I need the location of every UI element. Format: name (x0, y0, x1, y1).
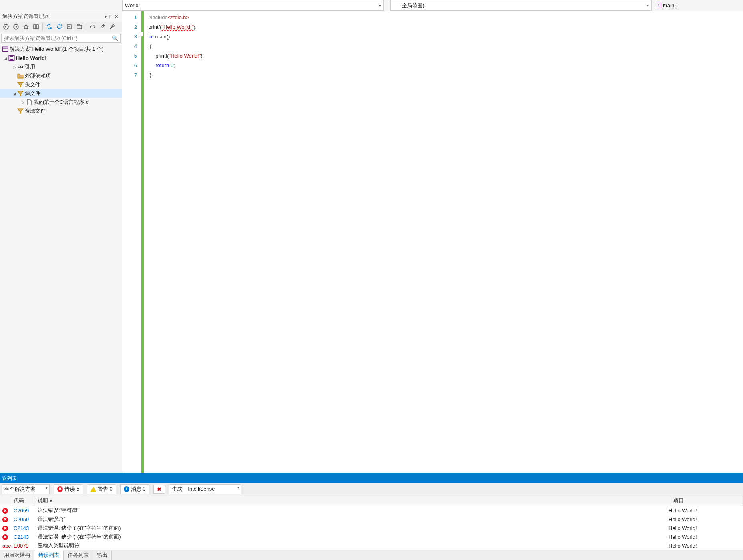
svg-rect-9 (21, 66, 23, 68)
info-icon: i (124, 486, 129, 492)
error-icon: ✖ (2, 517, 8, 522)
error-icon: ✖ (57, 486, 63, 492)
function-icon: ƒ (656, 3, 661, 8)
function-dropdown-value: main() (663, 2, 678, 8)
error-filter-bar: 各个解决方案 ✖错误 5 警告 0 i消息 0 ✖ 生成 + IntelliSe… (0, 483, 743, 496)
tab-output[interactable]: 输出 (93, 550, 112, 560)
filter-icon (17, 107, 24, 115)
home-icon[interactable] (22, 22, 30, 31)
tab-hierarchy[interactable]: 用层次结构 (0, 550, 34, 560)
chevron-down-icon: ▾ (379, 3, 381, 8)
solution-icon (2, 46, 9, 53)
project-icon (8, 54, 15, 62)
collapse-icon[interactable] (65, 22, 74, 31)
function-dropdown[interactable]: ƒ main() (653, 0, 741, 11)
search-icon[interactable]: 🔍 (112, 35, 118, 41)
references-node[interactable]: ▷ 引用 (0, 62, 122, 71)
source-combo[interactable]: 生成 + IntelliSense (169, 484, 241, 494)
error-icon: ✖ (2, 508, 8, 514)
warning-icon (91, 487, 96, 492)
messages-toggle[interactable]: i消息 0 (120, 484, 149, 494)
forward-icon[interactable] (12, 22, 20, 31)
outline-collapse-icon[interactable]: − (139, 32, 143, 36)
filter-icon (17, 81, 24, 88)
svg-rect-6 (2, 47, 8, 51)
source-file-node[interactable]: ▷ 我的第一个C语言程序.c (0, 98, 122, 107)
expander-icon[interactable]: ▷ (21, 100, 26, 105)
panel-title: 解决方案资源管理器 (2, 13, 103, 20)
tab-error-list[interactable]: 错误列表 (34, 550, 64, 560)
output-tabs: 用层次结构 错误列表 任务列表 输出 (0, 550, 743, 560)
panel-header: 解决方案资源管理器 ▾ □ ✕ (0, 11, 122, 22)
file-dropdown-value: World! (125, 2, 140, 8)
error-list-header: 代码 说明 ▾ 项目 (0, 496, 743, 506)
solution-tree: 解决方案"Hello World!"(1 个项目/共 1 个) ◢ Hello … (0, 44, 122, 473)
col-code[interactable]: 代码 (11, 496, 35, 506)
svg-point-0 (4, 24, 8, 29)
error-list-panel: 误列表 各个解决方案 ✖错误 5 警告 0 i消息 0 ✖ 生成 + Intel… (0, 473, 743, 560)
show-all-icon[interactable] (75, 22, 84, 31)
pin-icon[interactable]: ▾ (103, 14, 108, 19)
code-icon[interactable] (88, 22, 97, 31)
svg-rect-5 (77, 25, 82, 29)
filter-off-icon: ✖ (157, 486, 161, 492)
error-list-caption: 误列表 (0, 474, 743, 483)
refresh-icon[interactable] (55, 22, 64, 31)
warnings-toggle[interactable]: 警告 0 (87, 484, 116, 494)
explorer-toolbar (0, 22, 122, 32)
error-icon: ✖ (2, 534, 8, 540)
error-icon: ✖ (2, 526, 8, 531)
code-area[interactable]: − #include<stdio.h> printf("Hello World!… (144, 11, 743, 473)
errors-toggle[interactable]: ✖错误 5 (54, 484, 83, 494)
clear-filter-button[interactable]: ✖ (153, 485, 165, 494)
error-row[interactable]: abc E0079 应输入类型说明符 Hello World! (0, 541, 743, 550)
resources-node[interactable]: 资源文件 (0, 107, 122, 115)
editor-context-bar: World! ▾ (全局范围) ▾ ƒ main() (0, 0, 743, 11)
svg-point-1 (14, 24, 18, 29)
switch-view-icon[interactable] (32, 22, 40, 31)
solution-explorer: 解决方案资源管理器 ▾ □ ✕ 🔍 解决方案" (0, 11, 122, 473)
c-file-icon (26, 99, 33, 106)
scope-dropdown-value: (全局范围) (400, 2, 425, 9)
source-files-node[interactable]: ◢ 源文件 (0, 89, 122, 98)
close-icon[interactable]: ✕ (113, 14, 119, 19)
expander-icon[interactable]: ▷ (12, 65, 17, 69)
error-rows: ✖ C2059 语法错误:"字符串" Hello World! ✖ C2059 … (0, 506, 743, 550)
headers-node[interactable]: 头文件 (0, 80, 122, 89)
code-editor[interactable]: 1 2 3 4 5 6 7 − #include<stdio.h> printf… (122, 11, 743, 473)
svg-rect-8 (18, 66, 20, 68)
scope-dropdown[interactable]: (全局范围) ▾ (390, 0, 652, 11)
intellisense-error-icon: abc (2, 543, 11, 549)
svg-rect-3 (36, 25, 38, 29)
col-desc[interactable]: 说明 ▾ (35, 496, 671, 506)
folder-icon (17, 72, 24, 79)
error-row[interactable]: ✖ C2059 语法错误:")" Hello World! (0, 515, 743, 524)
explorer-search: 🔍 (1, 34, 121, 43)
col-icon[interactable] (0, 496, 11, 506)
tab-task-list[interactable]: 任务列表 (64, 550, 93, 560)
dock-icon[interactable]: □ (108, 14, 113, 19)
back-icon[interactable] (2, 22, 10, 31)
sync-icon[interactable] (45, 22, 54, 31)
references-icon (17, 63, 24, 71)
solution-node[interactable]: 解决方案"Hello World!"(1 个项目/共 1 个) (0, 45, 122, 54)
search-input[interactable] (1, 34, 121, 43)
expander-icon[interactable]: ◢ (12, 91, 17, 96)
wrench-icon[interactable] (108, 22, 117, 31)
chevron-down-icon: ▾ (647, 3, 649, 8)
project-node[interactable]: ◢ Hello World! (0, 54, 122, 62)
line-gutter: 1 2 3 4 5 6 7 (122, 11, 141, 473)
error-row[interactable]: ✖ C2143 语法错误: 缺少")"(在"字符串"的前面) Hello Wor… (0, 532, 743, 541)
filter-icon (17, 90, 24, 97)
properties-icon[interactable] (98, 22, 107, 31)
svg-rect-2 (34, 25, 36, 29)
error-row[interactable]: ✖ C2059 语法错误:"字符串" Hello World! (0, 506, 743, 515)
file-dropdown[interactable]: World! ▾ (122, 0, 384, 11)
external-deps-node[interactable]: 外部依赖项 (0, 71, 122, 80)
scope-combo[interactable]: 各个解决方案 (2, 484, 50, 494)
expander-icon[interactable]: ◢ (3, 56, 8, 60)
error-row[interactable]: ✖ C2143 语法错误: 缺少"("(在"字符串"的前面) Hello Wor… (0, 524, 743, 532)
col-project[interactable]: 项目 (671, 496, 743, 506)
